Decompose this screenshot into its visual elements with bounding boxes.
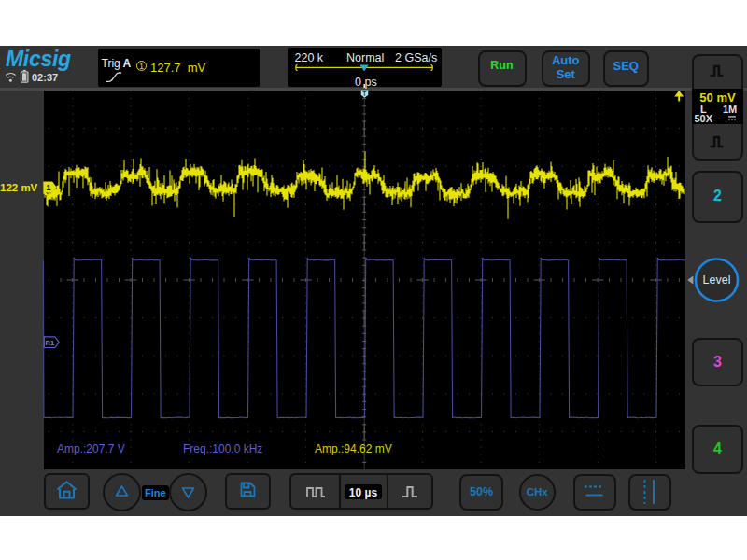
svg-text:Level: Level [703, 273, 731, 287]
svg-text:T: T [362, 91, 367, 97]
svg-text:1: 1 [46, 182, 51, 192]
svg-text:R1: R1 [46, 339, 55, 347]
